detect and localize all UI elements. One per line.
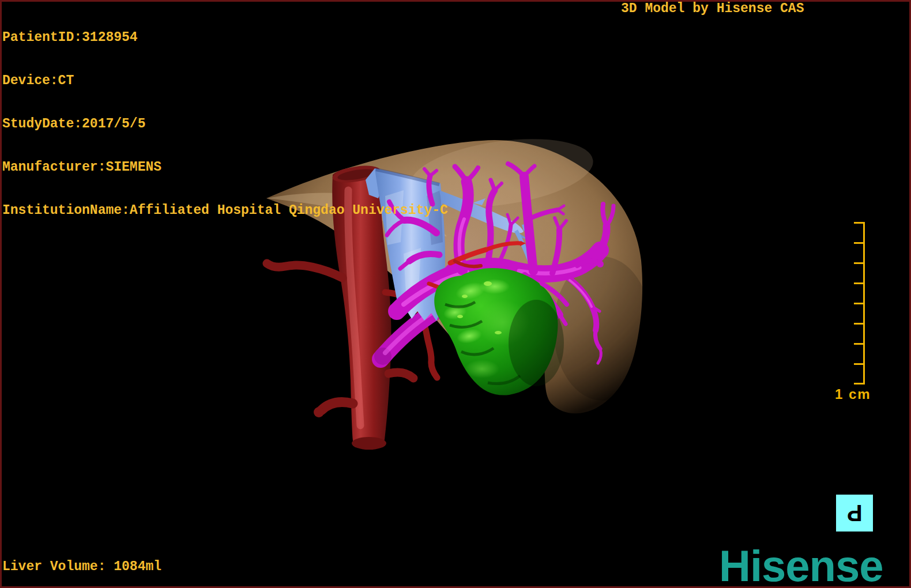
orientation-letter: P (847, 502, 863, 525)
scale-bar-tick (854, 343, 864, 345)
page-title: 3D Model by Hisense CAS (621, 2, 804, 16)
institution-name: InstitutionName:Affiliated Hospital Qing… (2, 203, 448, 218)
liver-volume-readout: Liver Volume: 1084ml (2, 560, 161, 574)
scale-bar-tick (854, 282, 864, 284)
scale-bar-tick (854, 222, 864, 224)
manufacturer: Manufacturer:SIEMENS (2, 160, 448, 175)
scale-bar-label: 1 cm (835, 386, 871, 402)
scale-bar-tick (854, 363, 864, 365)
patient-id: PatientID:3128954 (2, 31, 448, 45)
patient-info-block: PatientID:3128954 Device:CT StudyDate:20… (2, 2, 448, 232)
device: Device:CT (2, 74, 448, 88)
scale-bar-tick (854, 262, 864, 264)
scale-bar-tick (854, 303, 864, 304)
scale-bar-tick (854, 242, 864, 244)
study-date: StudyDate:2017/5/5 (2, 117, 448, 131)
scale-bar-tick (854, 323, 864, 325)
medical-3d-viewer: { "overlay": { "patient_lines": [ "Patie… (0, 0, 911, 588)
hisense-logo: Hisense (719, 541, 883, 588)
scale-bar-tick (854, 383, 864, 385)
orientation-marker: P (836, 495, 873, 532)
